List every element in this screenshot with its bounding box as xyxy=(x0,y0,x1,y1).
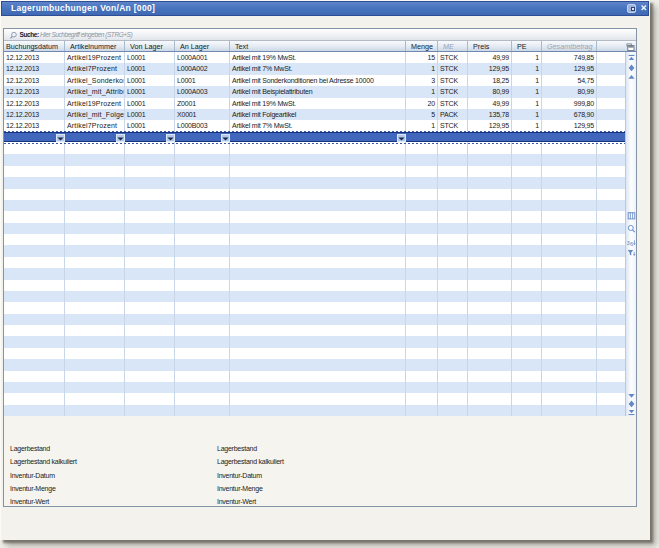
svg-text:6: 6 xyxy=(630,241,633,247)
